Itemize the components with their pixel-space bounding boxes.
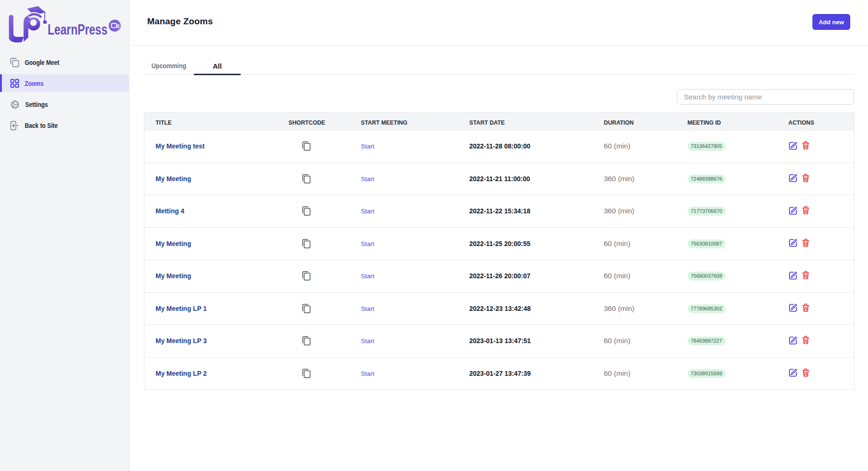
svg-text:LearnPress: LearnPress (48, 21, 107, 38)
